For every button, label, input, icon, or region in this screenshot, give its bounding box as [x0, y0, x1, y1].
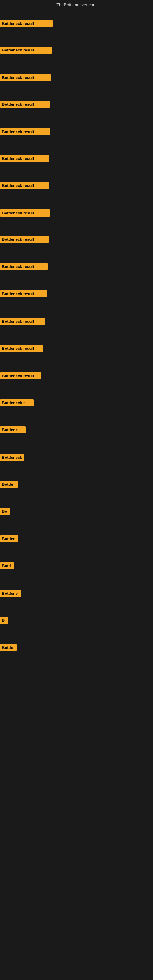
bottleneck-result-item[interactable]: Bottle — [0, 481, 18, 488]
bottleneck-result-item[interactable]: Bottleneck result — [0, 46, 52, 54]
bottleneck-result-item[interactable]: Bottleneck result — [0, 345, 43, 352]
bottleneck-result-item[interactable]: Bottleneck result — [0, 290, 48, 298]
bottleneck-result-item[interactable]: B — [0, 617, 8, 624]
bottleneck-result-item[interactable]: Bottlene — [0, 426, 26, 433]
bottleneck-result-item[interactable]: Bottleneck result — [0, 101, 50, 108]
bottleneck-result-item[interactable]: Bottler — [0, 535, 18, 542]
bottleneck-result-item[interactable]: Bottleneck result — [0, 236, 49, 243]
bottleneck-result-item[interactable]: Bottleneck result — [0, 20, 53, 27]
bottleneck-result-item[interactable]: Bottl — [0, 562, 14, 569]
bottleneck-result-item[interactable]: Bottlene — [0, 590, 21, 597]
bottleneck-result-item[interactable]: Bottleneck result — [0, 155, 49, 162]
site-title: TheBottlenecker.com — [0, 0, 153, 9]
bottleneck-result-item[interactable]: Bo — [0, 508, 10, 515]
bottleneck-result-item[interactable]: Bottleneck result — [0, 263, 48, 270]
bottleneck-result-item[interactable]: Bottleneck result — [0, 74, 51, 81]
bottleneck-result-item[interactable]: Bottleneck result — [0, 182, 49, 189]
bottleneck-result-item[interactable]: Bottleneck result — [0, 128, 50, 135]
bottleneck-result-item[interactable]: Bottleneck result — [0, 210, 50, 216]
bottleneck-result-item[interactable]: Bottleneck result — [0, 318, 45, 325]
bottleneck-result-item[interactable]: Bottleneck r — [0, 399, 33, 406]
bottleneck-result-item[interactable]: Bottle — [0, 644, 16, 651]
bottleneck-result-item[interactable]: Bottleneck — [0, 454, 24, 461]
bottleneck-result-item[interactable]: Bottleneck result — [0, 372, 41, 379]
